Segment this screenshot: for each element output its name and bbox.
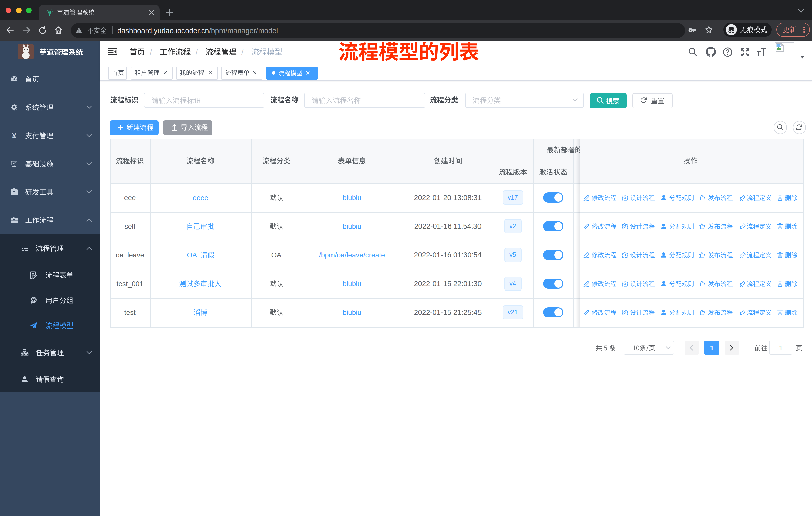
svg-text:¥: ¥	[12, 131, 16, 139]
